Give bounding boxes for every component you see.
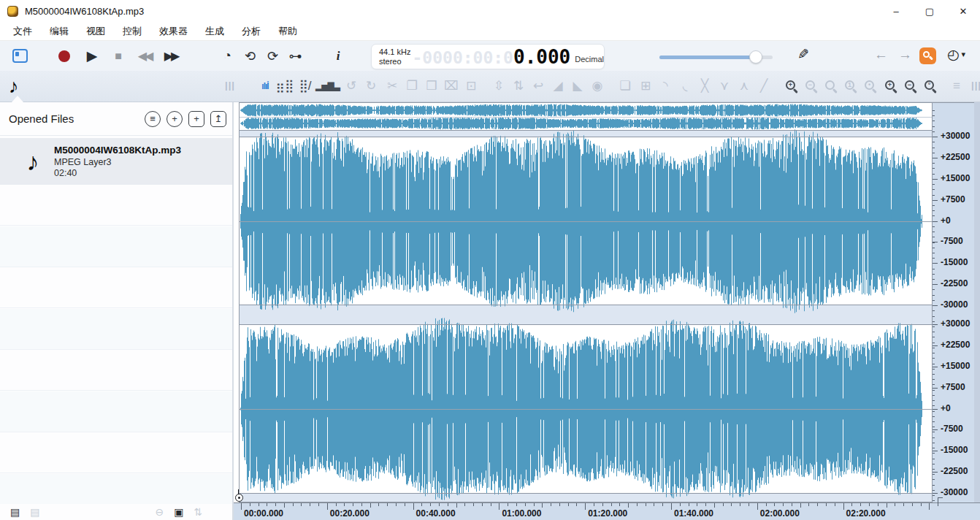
fade-in-icon[interactable]: ◢ bbox=[548, 77, 567, 95]
axis-minor-tick bbox=[293, 503, 294, 506]
undo-icon[interactable]: ↺ bbox=[342, 77, 361, 95]
history-button[interactable]: ◴ ▾ bbox=[947, 46, 965, 63]
split-icon[interactable]: ⇅ bbox=[509, 77, 528, 95]
view-spectrogram-icon[interactable]: ⣶⣿ bbox=[275, 77, 294, 95]
copy-icon[interactable]: ❐ bbox=[402, 77, 421, 95]
zoom-in-icon[interactable]: + bbox=[786, 80, 795, 90]
menu-item-5[interactable]: 生成 bbox=[205, 25, 224, 38]
delete-icon[interactable]: ⌧ bbox=[442, 77, 461, 95]
loop-special-icon[interactable]: ⟳ bbox=[261, 48, 284, 64]
list-detail-icon[interactable]: ▤ bbox=[10, 506, 20, 518]
time-display[interactable]: 44.1 kHz stereo -0000:00:00.000 Decimal bbox=[371, 44, 605, 69]
fade-out-icon[interactable]: ◣ bbox=[568, 77, 587, 95]
scale-minor-tick bbox=[933, 343, 935, 343]
list-plain-icon[interactable]: ▤ bbox=[30, 506, 39, 518]
trim-icon[interactable]: ⊡ bbox=[462, 77, 481, 95]
sort-icon[interactable]: ⇅ bbox=[194, 506, 202, 518]
add-copy-icon[interactable]: + bbox=[188, 111, 204, 127]
redo-icon[interactable]: ↻ bbox=[361, 77, 380, 95]
search-icon[interactable] bbox=[919, 47, 936, 64]
minimize-button[interactable]: – bbox=[879, 0, 913, 22]
paste-icon[interactable]: ❒ bbox=[422, 77, 441, 95]
waveform-panel[interactable] bbox=[239, 102, 933, 502]
duplicate-icon[interactable]: ❏ bbox=[616, 77, 635, 95]
curve-cross-icon[interactable]: ╳ bbox=[695, 77, 714, 95]
add-file-icon[interactable]: + bbox=[166, 111, 183, 127]
levels-icon[interactable]: ▣ bbox=[174, 506, 183, 518]
toolbar-drag-handle[interactable]: ||| bbox=[225, 80, 235, 91]
remove-icon[interactable]: ⊖ bbox=[155, 506, 164, 518]
play-selection-icon[interactable]: ⊶ bbox=[284, 48, 307, 64]
file-list-item[interactable]: ♪ M5000004IW6108KtAp.mp3 MPEG Layer3 02:… bbox=[0, 138, 232, 185]
scale-minor-tick bbox=[933, 400, 935, 401]
stop-button[interactable]: ■ bbox=[105, 50, 131, 63]
play-button[interactable]: ▶ bbox=[79, 47, 105, 64]
record-button[interactable] bbox=[58, 50, 70, 62]
axis-minor-tick bbox=[353, 503, 353, 506]
curve-linear-icon[interactable]: ╱ bbox=[754, 77, 773, 95]
scale-minor-tick bbox=[933, 353, 935, 353]
time-axis[interactable]: 00:00.00000:20.00000:40.00001:00.00001:2… bbox=[234, 502, 980, 520]
menu-item-4[interactable]: 效果器 bbox=[159, 25, 188, 38]
export-selection-icon[interactable]: ⊞ bbox=[636, 77, 655, 95]
playhead-marker[interactable] bbox=[235, 494, 243, 502]
app-icon[interactable] bbox=[7, 6, 18, 17]
view-waveform-icon[interactable]: ılıİ bbox=[256, 77, 275, 95]
vzoom-reset-icon[interactable]: ° bbox=[925, 80, 934, 90]
stereo-waveform[interactable] bbox=[240, 103, 932, 502]
amplitude-scale[interactable]: +30000+22500+15000+7500+0-7500-15000-225… bbox=[933, 102, 974, 502]
curve-merge-icon[interactable]: ⋏ bbox=[735, 77, 754, 95]
scale-minor-tick bbox=[933, 274, 935, 275]
maximize-button[interactable]: ▢ bbox=[913, 0, 946, 22]
curve-ease-out-icon[interactable]: ◟ bbox=[675, 77, 694, 95]
scale-minor-tick bbox=[933, 490, 935, 491]
curve-split-icon[interactable]: ⋎ bbox=[715, 77, 734, 95]
zoom-selection-icon[interactable]: • bbox=[865, 80, 874, 90]
menu-item-6[interactable]: 分析 bbox=[242, 25, 261, 38]
scale-minor-tick bbox=[933, 179, 935, 180]
file-tab-note-icon[interactable]: ♪ bbox=[9, 75, 19, 98]
cut-icon[interactable]: ✂ bbox=[383, 77, 402, 95]
edit-pen-icon[interactable]: ✎ bbox=[797, 46, 809, 63]
gain-icon[interactable]: ◉ bbox=[588, 77, 607, 95]
menu-item-0[interactable]: 文件 bbox=[13, 25, 32, 38]
menu-item-1[interactable]: 编辑 bbox=[50, 25, 69, 38]
playback-speed-icon[interactable]: ◔ bbox=[216, 48, 239, 64]
close-button[interactable]: ✕ bbox=[946, 0, 980, 22]
zoom-one-icon[interactable]: 1 bbox=[845, 80, 854, 90]
scale-label: -30000 bbox=[941, 299, 968, 310]
rewind-button[interactable]: ◀◀ bbox=[131, 49, 158, 63]
vzoom-out-icon[interactable]: − bbox=[905, 80, 914, 90]
volume-slider[interactable] bbox=[659, 53, 773, 61]
menu-item-3[interactable]: 控制 bbox=[123, 25, 142, 38]
axis-minor-tick bbox=[275, 503, 276, 506]
axis-major-tick bbox=[413, 503, 414, 510]
toolbar-drag-handle-right[interactable]: ||| bbox=[971, 80, 980, 91]
list-view-icon[interactable]: ≡ bbox=[947, 77, 966, 95]
fast-forward-button[interactable]: ▶▶ bbox=[158, 49, 184, 63]
volume-thumb[interactable] bbox=[749, 50, 762, 64]
vzoom-in-icon[interactable]: + bbox=[885, 80, 895, 90]
panel-divider[interactable] bbox=[232, 102, 234, 520]
axis-major-tick bbox=[757, 503, 758, 510]
loop-icon[interactable]: ⟲ bbox=[239, 48, 261, 64]
menu-item-2[interactable]: 视图 bbox=[86, 25, 105, 38]
normalize-icon[interactable]: ⇳ bbox=[489, 77, 508, 95]
reverse-icon[interactable]: ↩ bbox=[529, 77, 548, 95]
zoom-fit-icon[interactable] bbox=[825, 80, 835, 90]
menu-item-7[interactable]: 帮助 bbox=[278, 25, 297, 38]
scale-minor-tick bbox=[933, 131, 935, 132]
curve-ease-in-icon[interactable]: ◝ bbox=[656, 77, 675, 95]
share-icon[interactable]: ↥ bbox=[210, 111, 226, 127]
sidebar-toggle-icon[interactable] bbox=[12, 49, 28, 63]
scale-label: -22500 bbox=[941, 466, 968, 476]
axis-major-tick bbox=[843, 503, 844, 510]
nav-forward-icon[interactable]: → bbox=[898, 47, 912, 63]
zoom-out-icon[interactable]: − bbox=[805, 80, 815, 90]
nav-back-icon[interactable]: ← bbox=[874, 47, 888, 63]
view-bars-icon[interactable]: ▂▅▇▃ bbox=[315, 77, 334, 95]
scale-label: -30000 bbox=[941, 487, 968, 497]
view-spectrogram-off-icon[interactable]: ⣿/ bbox=[296, 77, 315, 95]
filter-icon[interactable]: ≡ bbox=[145, 111, 161, 127]
info-icon[interactable]: i bbox=[327, 49, 349, 64]
